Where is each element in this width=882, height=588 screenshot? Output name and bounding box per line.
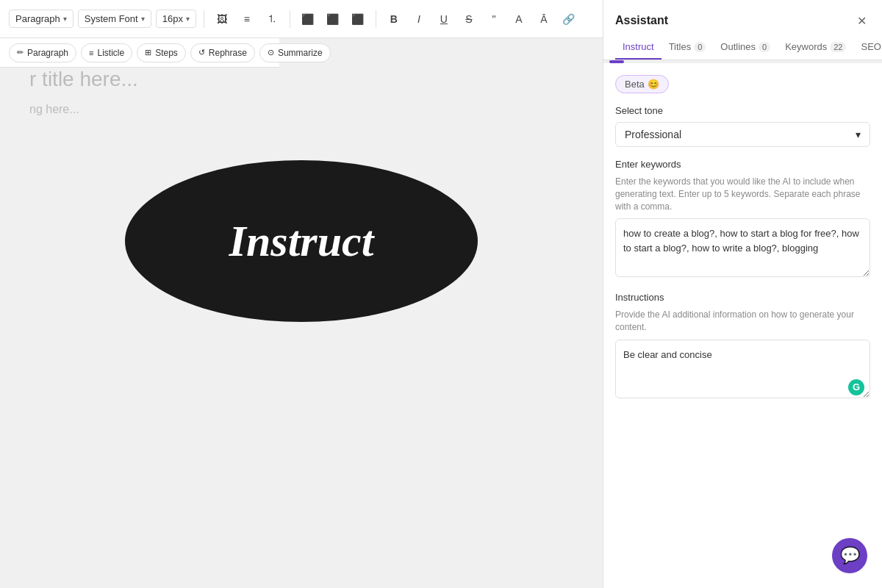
ordered-list-icon[interactable]: ⒈ [262,9,282,29]
close-assistant-button[interactable]: ✕ [853,12,870,29]
align-right-icon[interactable]: ⬛ [348,9,368,29]
divider-2 [290,10,290,28]
image-icon[interactable]: 🖼 [212,9,232,29]
tone-select-dropdown[interactable]: Professional ▾ [615,122,870,147]
instruct-oval: Instruct [125,160,478,322]
paragraph-format-label: Paragraph [27,48,68,58]
paragraph-format-icon: ✏ [17,48,24,57]
paragraph-select[interactable]: Paragraph ▾ [9,10,74,28]
size-chevron: ▾ [186,15,190,23]
paragraph-format-btn[interactable]: ✏ Paragraph [9,43,76,62]
keywords-section: Enter keywords Enter the keywords that y… [615,159,870,280]
steps-format-icon: ⊞ [145,48,151,57]
beta-emoji: 😊 [648,79,659,90]
chat-bubble-icon: 💬 [840,546,860,565]
summarize-format-label: Summarize [278,48,323,58]
rephrase-format-btn[interactable]: ↺ Rephrase [190,43,255,62]
highlight-icon[interactable]: Ā [534,9,554,29]
size-label: 16px [162,13,183,24]
rephrase-format-icon: ↺ [198,48,205,57]
assistant-header: Assistant ✕ [603,0,882,29]
rephrase-format-label: Rephrase [209,48,247,58]
listicle-format-icon: ≡ [89,49,93,57]
listicle-format-btn[interactable]: ≡ Listicle [81,43,132,62]
tab-keywords-badge: 22 [830,42,846,52]
align-center-icon[interactable]: ⬛ [323,9,343,29]
divider-3 [376,10,376,28]
underline-icon[interactable]: U [434,9,454,29]
listicle-format-label: Listicle [97,48,124,58]
bold-icon[interactable]: B [384,9,404,29]
link-icon[interactable]: 🔗 [559,9,579,29]
tab-instruct[interactable]: Instruct [615,35,662,60]
instructions-section: Instructions Provide the AI additional i… [615,292,870,401]
italic-icon[interactable]: I [409,9,429,29]
strikethrough-icon[interactable]: S [459,9,479,29]
panel-content: Beta 😊 Select tone Professional ▾ Enter … [603,63,882,588]
editor-body-placeholder: ng here... [29,103,573,116]
summarize-format-icon: ⊙ [268,48,274,57]
font-chevron: ▾ [141,15,145,23]
editor-title-placeholder: r title here... [29,68,573,91]
align-left-icon[interactable]: ⬛ [298,9,318,29]
tab-outlines-label: Outlines [720,41,756,52]
keywords-section-desc: Enter the keywords that you would like t… [615,176,870,212]
format-bar: ✏ Paragraph ≡ Listicle ⊞ Steps ↺ Rephras… [0,38,279,68]
tab-seo-label: SEO [861,41,881,52]
instructions-wrapper: Be clear and concise G [615,340,870,401]
chat-bubble-button[interactable]: 💬 [832,538,867,573]
steps-format-btn[interactable]: ⊞ Steps [137,43,186,62]
tone-chevron: ▾ [856,129,861,140]
keywords-textarea[interactable]: how to create a blog?, how to start a bl… [615,218,870,277]
summarize-format-btn[interactable]: ⊙ Summarize [259,43,331,62]
tab-outlines[interactable]: Outlines 0 [713,35,778,60]
tone-value: Professional [625,129,681,140]
tab-titles[interactable]: Titles 0 [662,35,714,60]
size-select[interactable]: 16px ▾ [156,10,196,28]
paragraph-chevron: ▾ [63,15,67,23]
divider-1 [204,10,204,28]
text-color-icon[interactable]: A [509,9,529,29]
grammarly-icon[interactable]: G [848,379,864,395]
instructions-section-label: Instructions [615,292,870,303]
assistant-title: Assistant [615,14,668,27]
instructions-textarea[interactable]: Be clear and concise [615,340,870,398]
font-label: System Font [85,13,138,24]
instructions-section-desc: Provide the AI additional information on… [615,309,870,334]
beta-badge: Beta 😊 [615,75,669,93]
steps-format-label: Steps [155,48,178,58]
unordered-list-icon[interactable]: ≡ [237,9,257,29]
font-select[interactable]: System Font ▾ [78,10,151,28]
scroll-indicator [603,60,882,63]
scroll-thumb [609,60,624,63]
tab-keywords-label: Keywords [785,41,827,52]
tab-outlines-badge: 0 [759,42,770,52]
select-tone-label: Select tone [615,105,870,116]
tab-titles-badge: 0 [694,42,706,52]
instruct-oval-text: Instruct [229,216,374,267]
assistant-panel: Assistant ✕ Instruct Titles 0 Outlines 0… [603,0,882,588]
beta-label: Beta [625,79,645,90]
paragraph-label: Paragraph [15,13,60,24]
keywords-section-label: Enter keywords [615,159,870,170]
tab-keywords[interactable]: Keywords 22 [778,35,853,60]
tab-seo[interactable]: SEO 0 [853,35,882,60]
tab-titles-label: Titles [669,41,692,52]
assistant-tabs: Instruct Titles 0 Outlines 0 Keywords 22… [603,29,882,60]
tab-instruct-label: Instruct [623,41,654,52]
editor-area: r title here... ng here... Instruct [0,38,603,588]
quote-icon[interactable]: " [484,9,504,29]
